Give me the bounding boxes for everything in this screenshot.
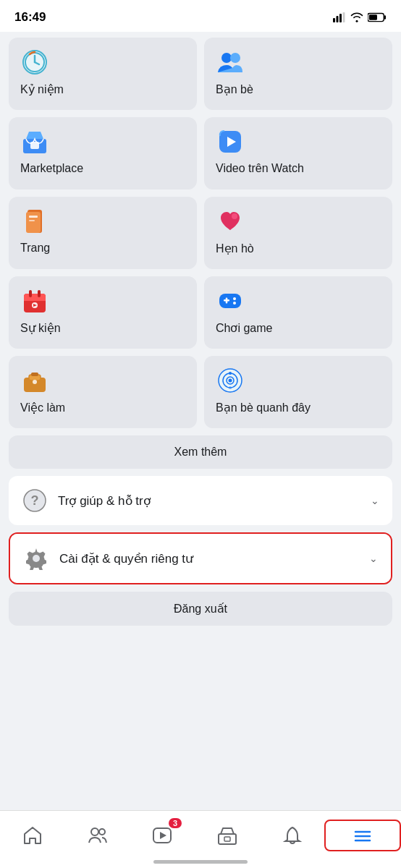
svg-point-49 bbox=[99, 829, 105, 835]
svg-rect-1 bbox=[337, 16, 339, 22]
nav-menu[interactable] bbox=[324, 820, 401, 851]
pages-icon bbox=[20, 207, 49, 236]
grid-item-ky-niem[interactable]: Kỷ niệm bbox=[9, 38, 197, 110]
settings-chevron: ⌄ bbox=[369, 553, 378, 564]
help-chevron: ⌄ bbox=[371, 495, 379, 506]
clock-icon bbox=[20, 48, 49, 77]
ban-be-label: Bạn bè bbox=[216, 82, 253, 96]
settings-icon bbox=[23, 545, 49, 571]
grid-item-video-watch[interactable]: Video trên Watch bbox=[204, 117, 392, 190]
trang-label: Trang bbox=[20, 242, 50, 255]
svg-rect-5 bbox=[384, 15, 386, 20]
svg-rect-36 bbox=[31, 373, 38, 376]
svg-point-43 bbox=[229, 386, 232, 389]
friends-nav-icon bbox=[88, 825, 108, 846]
settings-section: Cài đặt & quyền riêng tư ⌄ bbox=[9, 532, 392, 584]
help-icon: ? bbox=[22, 488, 48, 514]
svg-rect-25 bbox=[29, 290, 32, 297]
svg-marker-51 bbox=[160, 832, 166, 839]
svg-rect-31 bbox=[226, 298, 228, 304]
svg-rect-6 bbox=[369, 14, 377, 20]
grid-item-hen-ho[interactable]: Hẹn hò bbox=[204, 197, 392, 269]
svg-point-33 bbox=[233, 302, 236, 305]
svg-point-11 bbox=[221, 53, 232, 63]
bottom-nav: 3 bbox=[0, 810, 401, 868]
hen-ho-label: Hẹn hò bbox=[216, 242, 254, 255]
svg-point-41 bbox=[229, 379, 232, 383]
marketplace-nav-icon bbox=[217, 825, 237, 846]
svg-rect-2 bbox=[339, 14, 342, 22]
help-item[interactable]: ? Trợ giúp & hỗ trợ ⌄ bbox=[9, 476, 392, 525]
nav-marketplace[interactable] bbox=[195, 820, 260, 851]
svg-rect-26 bbox=[38, 290, 41, 297]
nav-home[interactable] bbox=[0, 820, 65, 851]
grid-section: Kỷ niệm Bạn bè bbox=[9, 38, 392, 428]
gaming-icon bbox=[216, 286, 245, 315]
home-icon bbox=[22, 825, 43, 846]
svg-point-32 bbox=[233, 297, 236, 300]
main-content: Kỷ niệm Bạn bè bbox=[0, 32, 401, 698]
video-watch-label: Video trên Watch bbox=[216, 162, 304, 175]
viec-lam-label: Việc làm bbox=[20, 401, 65, 414]
marketplace-label: Marketplace bbox=[20, 162, 83, 175]
svg-point-48 bbox=[91, 828, 98, 835]
svg-rect-19 bbox=[29, 216, 38, 218]
help-label: Trợ giúp & hỗ trợ bbox=[58, 493, 360, 509]
nearby-icon bbox=[216, 366, 245, 395]
status-time: 16:49 bbox=[14, 10, 46, 25]
grid-item-choi-game[interactable]: Chơi game bbox=[204, 276, 392, 349]
see-more-button[interactable]: Xem thêm bbox=[9, 435, 392, 469]
settings-label: Cài đặt & quyền riêng tư bbox=[59, 551, 359, 566]
svg-point-21 bbox=[232, 213, 237, 219]
battery-icon bbox=[368, 12, 387, 22]
svg-point-12 bbox=[230, 53, 240, 63]
grid-item-ban-be-quanh-day[interactable]: Bạn bè quanh đây bbox=[204, 356, 392, 428]
grid-item-su-kien[interactable]: Sự kiện bbox=[9, 276, 197, 349]
status-bar: 16:49 bbox=[0, 0, 401, 32]
svg-rect-52 bbox=[219, 834, 236, 844]
nav-watch[interactable]: 3 bbox=[130, 820, 195, 851]
nav-notifications[interactable] bbox=[260, 820, 325, 851]
grid-item-marketplace[interactable]: Marketplace bbox=[9, 117, 197, 190]
dating-icon bbox=[216, 207, 245, 236]
grid-item-viec-lam[interactable]: Việc làm bbox=[9, 356, 197, 428]
su-kien-label: Sự kiện bbox=[20, 321, 61, 335]
svg-rect-53 bbox=[224, 837, 230, 841]
settings-item[interactable]: Cài đặt & quyền riêng tư ⌄ bbox=[10, 534, 391, 583]
nav-friends[interactable] bbox=[65, 820, 130, 851]
friends-icon bbox=[216, 48, 245, 77]
svg-rect-20 bbox=[29, 220, 35, 221]
wifi-icon bbox=[350, 12, 363, 22]
home-indicator bbox=[153, 860, 248, 864]
watch-badge: 3 bbox=[169, 818, 182, 828]
signal-icon bbox=[333, 12, 346, 22]
ban-be-quanh-day-label: Bạn bè quanh đây bbox=[216, 401, 311, 414]
ky-niem-label: Kỷ niệm bbox=[20, 82, 64, 96]
svg-rect-24 bbox=[24, 298, 46, 301]
svg-rect-3 bbox=[343, 12, 345, 22]
jobs-icon bbox=[20, 366, 49, 395]
marketplace-icon bbox=[20, 127, 49, 156]
grid-item-trang[interactable]: Trang bbox=[9, 197, 197, 269]
grid-item-ban-be[interactable]: Bạn bè bbox=[204, 38, 392, 110]
events-icon bbox=[20, 286, 49, 315]
svg-rect-18 bbox=[26, 212, 41, 233]
menu-icon bbox=[353, 825, 373, 846]
watch-icon bbox=[216, 127, 245, 156]
logout-button[interactable]: Đăng xuất bbox=[9, 592, 392, 626]
svg-text:?: ? bbox=[31, 493, 39, 508]
svg-point-42 bbox=[229, 372, 232, 375]
watch-nav-icon bbox=[152, 825, 172, 846]
help-section: ? Trợ giúp & hỗ trợ ⌄ bbox=[9, 476, 392, 525]
status-icons bbox=[333, 12, 387, 22]
svg-point-47 bbox=[33, 555, 40, 562]
svg-rect-29 bbox=[219, 294, 241, 308]
svg-point-37 bbox=[33, 380, 37, 384]
svg-rect-0 bbox=[333, 18, 335, 22]
choi-game-label: Chơi game bbox=[216, 321, 272, 335]
bell-icon bbox=[282, 825, 303, 846]
